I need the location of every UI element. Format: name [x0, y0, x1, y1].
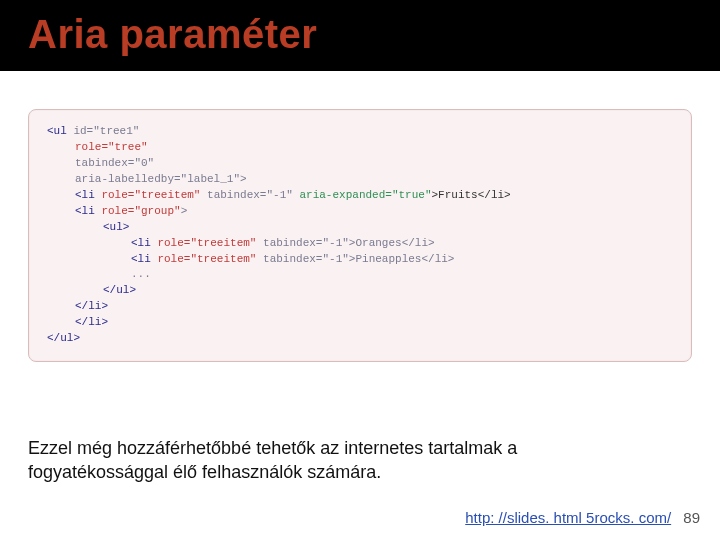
code-token: ...: [47, 267, 151, 283]
code-token: aria-labelledby="label_1">: [47, 172, 247, 188]
code-token: "treeitem": [190, 253, 256, 265]
caption: Ezzel még hozzáférhetőbbé tehetők az int…: [28, 437, 692, 484]
code-token: <li: [75, 205, 95, 217]
code-token: </li>: [47, 315, 108, 331]
source-link[interactable]: http: //slides. html 5rocks. com/: [465, 509, 671, 526]
code-token: tabindex="0": [47, 156, 154, 172]
code-token: "tree": [108, 141, 148, 153]
footer: http: //slides. html 5rocks. com/ 89: [465, 509, 700, 526]
code-token: </ul>: [47, 283, 136, 299]
code-token: id="tree1": [67, 125, 140, 137]
code-token: <li: [131, 253, 151, 265]
code-token: <ul: [47, 125, 67, 137]
page-number: 89: [683, 509, 700, 526]
code-token: <ul>: [47, 220, 129, 236]
code-token: tabindex="-1": [200, 189, 299, 201]
code-token: >Fruits</li>: [432, 189, 511, 201]
code-token: role=: [151, 237, 191, 249]
slide: Aria paraméter <ul id="tree1" role="tree…: [0, 0, 720, 540]
code-token: aria-expanded="true": [299, 189, 431, 201]
code-token: </ul>: [47, 332, 80, 344]
code-token: tabindex="-1">Pineapples</li>: [256, 253, 454, 265]
code-token: </li>: [47, 299, 108, 315]
code-example: <ul id="tree1" role="tree" tabindex="0" …: [28, 109, 692, 362]
code-token: role=: [151, 253, 191, 265]
caption-line: Ezzel még hozzáférhetőbbé tehetők az int…: [28, 437, 692, 460]
code-token: role=: [95, 205, 135, 217]
code-token: "treeitem": [190, 237, 256, 249]
code-token: tabindex="-1">Oranges</li>: [256, 237, 434, 249]
caption-line: fogyatékossággal élő felhasználók számár…: [28, 461, 692, 484]
page-title: Aria paraméter: [0, 0, 720, 71]
code-token: >: [181, 205, 188, 217]
code-token: "treeitem": [134, 189, 200, 201]
code-token: role=: [75, 141, 108, 153]
code-token: <li: [75, 189, 95, 201]
code-token: "group": [134, 205, 180, 217]
code-token: <li: [131, 237, 151, 249]
code-token: role=: [95, 189, 135, 201]
